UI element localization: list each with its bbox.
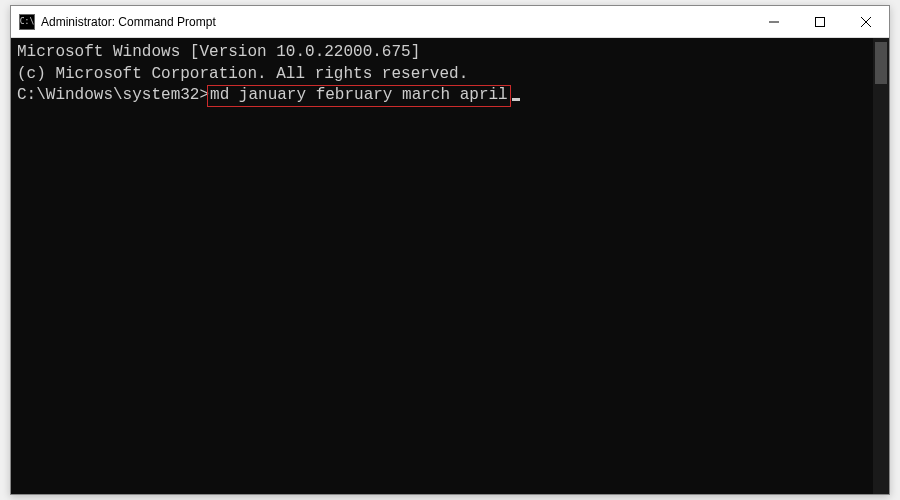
svg-rect-1 <box>816 17 825 26</box>
minimize-button[interactable] <box>751 6 797 38</box>
copyright-line: (c) Microsoft Corporation. All rights re… <box>17 64 867 86</box>
window-title: Administrator: Command Prompt <box>41 15 216 29</box>
scrollbar-thumb[interactable] <box>875 42 887 84</box>
prompt-path: C:\Windows\system32> <box>17 86 209 104</box>
version-line: Microsoft Windows [Version 10.0.22000.67… <box>17 42 867 64</box>
maximize-icon <box>815 17 825 27</box>
maximize-button[interactable] <box>797 6 843 38</box>
scrollbar-track[interactable] <box>873 38 889 494</box>
terminal-area: Microsoft Windows [Version 10.0.22000.67… <box>11 38 889 494</box>
titlebar[interactable]: C:\ Administrator: Command Prompt <box>11 6 889 38</box>
app-icon: C:\ <box>19 14 35 30</box>
typed-command: md january february march april <box>210 86 508 104</box>
close-button[interactable] <box>843 6 889 38</box>
minimize-icon <box>769 17 779 27</box>
text-cursor <box>512 98 520 101</box>
command-prompt-window: C:\ Administrator: Command Prompt Micros… <box>10 5 890 495</box>
command-highlight: md january february march april <box>207 85 511 107</box>
close-icon <box>861 17 871 27</box>
app-icon-text: C:\ <box>20 17 34 26</box>
prompt-line: C:\Windows\system32>md january february … <box>17 85 867 107</box>
terminal-output[interactable]: Microsoft Windows [Version 10.0.22000.67… <box>11 38 873 494</box>
